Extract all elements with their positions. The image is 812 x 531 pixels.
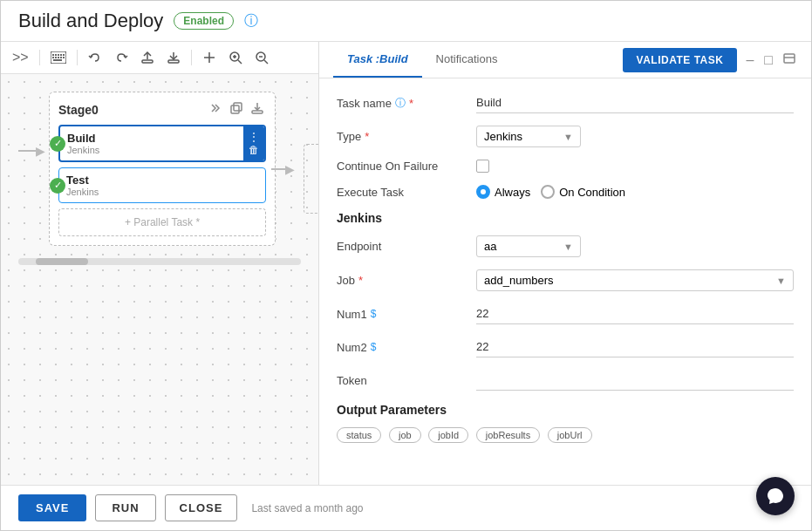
task-test[interactable]: ✓ Test Jenkins (58, 167, 266, 203)
svg-rect-13 (168, 60, 179, 63)
expand-button[interactable]: >> (8, 47, 33, 68)
task-name-info-icon[interactable]: ⓘ (395, 96, 406, 111)
toolbar-divider2 (77, 50, 78, 65)
toolbar-divider3 (191, 50, 192, 65)
tab-bar: Task :Build Notifications VALIDATE TASK … (319, 42, 811, 78)
page-title: Build and Deploy (18, 10, 163, 32)
task-build[interactable]: ✓ Build Jenkins ⋮ (58, 125, 266, 162)
add-stage-box[interactable]: + Stage (304, 144, 318, 214)
svg-line-21 (264, 60, 268, 64)
chat-fab-button[interactable] (756, 477, 795, 515)
svg-rect-7 (55, 57, 57, 58)
stage-title: Stage0 (58, 101, 266, 118)
num2-dollar-icon[interactable]: $ (371, 341, 377, 353)
redo-button[interactable] (110, 48, 133, 67)
svg-rect-11 (53, 59, 62, 61)
stage-copy-btn[interactable] (228, 101, 245, 118)
endpoint-chevron-icon: ▼ (563, 242, 573, 252)
job-select[interactable]: add_numbers ▼ (476, 269, 794, 291)
num1-input[interactable] (476, 303, 794, 324)
svg-rect-12 (142, 60, 153, 63)
execute-task-radio-group: Always On Condition (476, 185, 625, 199)
minimize-button[interactable]: – (744, 52, 755, 68)
tag-joburl: jobUrl (548, 427, 592, 443)
svg-rect-27 (784, 54, 795, 63)
upload-button[interactable] (136, 48, 159, 67)
type-select[interactable]: Jenkins ▼ (476, 126, 581, 147)
last-saved-text: Last saved a month ago (251, 502, 363, 514)
execute-on-condition-radio[interactable] (541, 185, 555, 199)
parallel-task-btn[interactable]: + Parallel Task * (58, 208, 266, 236)
jenkins-section-title: Jenkins (337, 211, 794, 225)
svg-line-17 (238, 60, 242, 64)
svg-rect-1 (52, 54, 54, 56)
undo-button[interactable] (84, 48, 106, 67)
canvas-scrollbar[interactable] (18, 258, 301, 265)
close-button[interactable]: CLOSE (165, 494, 238, 521)
type-chevron-icon: ▼ (563, 132, 573, 142)
task-name-input[interactable] (476, 92, 794, 113)
tag-job: job (389, 427, 421, 443)
enabled-badge: Enabled (174, 12, 234, 30)
task-test-type: Jenkins (66, 187, 258, 197)
svg-rect-2 (55, 54, 57, 56)
zoom-in-button[interactable] (224, 48, 247, 67)
svg-rect-25 (252, 111, 263, 113)
tag-jobresults: jobResults (476, 427, 540, 443)
num1-dollar-icon[interactable]: $ (371, 308, 377, 320)
svg-rect-4 (60, 54, 62, 56)
tab-notifications[interactable]: Notifications (422, 42, 512, 78)
info-icon[interactable]: ⓘ (244, 12, 258, 31)
execute-on-condition-option[interactable]: On Condition (541, 185, 625, 199)
stage-box: Stage0 (49, 92, 276, 246)
svg-rect-23 (234, 103, 242, 111)
svg-rect-9 (60, 57, 62, 58)
task-test-name: Test (66, 174, 258, 187)
task-build-delete-btn[interactable]: 🗑 (249, 145, 259, 155)
task-build-menu-btn[interactable]: ⋮ (249, 132, 259, 142)
add-button[interactable] (198, 48, 221, 67)
execute-always-option[interactable]: Always (476, 185, 530, 199)
keyboard-icon[interactable] (46, 49, 71, 66)
download-button[interactable] (162, 48, 185, 67)
job-chevron-icon: ▼ (776, 276, 786, 286)
output-tags: status job jobId jobResults jobUrl (337, 427, 794, 446)
save-button[interactable]: SAVE (18, 494, 86, 521)
tag-jobid: jobId (428, 427, 468, 443)
svg-rect-8 (58, 57, 59, 58)
task-build-name: Build (67, 132, 236, 145)
stage-download-btn[interactable] (249, 101, 266, 118)
toolbar-divider (39, 50, 40, 65)
restore-button[interactable]: □ (762, 52, 774, 68)
tab-task[interactable]: Task :Build (333, 42, 422, 78)
num2-input[interactable] (476, 337, 794, 357)
tag-status: status (337, 427, 381, 443)
execute-always-radio[interactable] (476, 185, 490, 199)
token-input[interactable] (476, 370, 794, 391)
task-build-type: Jenkins (67, 145, 236, 155)
endpoint-select[interactable]: aa ▼ (476, 235, 581, 257)
svg-rect-3 (58, 54, 59, 56)
validate-task-button[interactable]: VALIDATE TASK (623, 48, 738, 72)
svg-rect-10 (63, 57, 65, 58)
continue-on-failure-checkbox[interactable] (476, 160, 489, 173)
run-button[interactable]: RUN (95, 494, 155, 521)
output-params-title: Output Parameters (337, 403, 794, 417)
svg-rect-24 (231, 106, 239, 113)
panel-close-button[interactable] (781, 52, 797, 68)
zoom-out-button[interactable] (250, 48, 273, 67)
svg-rect-6 (52, 57, 54, 58)
form-area: Task name ⓘ * Type * Jenkins ▼ (319, 78, 811, 485)
canvas-area[interactable]: ▶ Stage0 (1, 74, 318, 485)
stage-delete-btn[interactable] (207, 101, 224, 118)
svg-rect-5 (63, 54, 65, 56)
